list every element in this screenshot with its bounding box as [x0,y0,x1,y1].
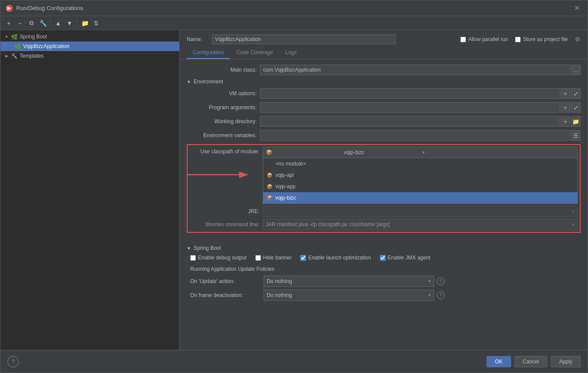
allow-parallel-label[interactable]: Allow parallel run [460,36,508,42]
tree-arrow-spring: ▼ [4,34,9,39]
toolbar-separator [50,20,51,27]
update-policies-section: Running Application Update Policies On '… [187,266,581,301]
working-dir-input[interactable] [260,116,560,127]
jre-label: JRE: [189,208,259,214]
bottom-bar: ? OK Cancel Apply [0,350,588,373]
enable-debug-label[interactable]: Enable debug output [190,255,247,261]
enable-jmx-checkbox[interactable] [380,255,386,261]
update-action-select[interactable]: Do nothing [264,276,434,287]
ok-button[interactable]: OK [487,356,511,367]
env-vars-label: Environment variables: [187,132,257,138]
jre-row: JRE: [189,206,578,217]
sort-button[interactable]: ⇅ [91,18,101,28]
vqip-app-icon: 📦 [267,184,273,190]
enable-debug-checkbox[interactable] [190,255,196,261]
remove-button[interactable]: − [15,18,25,28]
dropdown-arrow-icon: ▼ [422,150,575,155]
vqip-api-label: vqip-api [275,172,294,178]
hide-banner-label[interactable]: Hide banner [255,255,292,261]
wrench-button[interactable]: 🔧 [38,18,48,28]
jre-select[interactable] [263,206,578,217]
shorten-dropdown[interactable]: JAR manifest java -cp classpath.jar clas… [263,219,578,230]
header-options: Allow parallel run Store as project file… [460,36,581,43]
vm-options-input[interactable] [260,88,560,99]
vqip-bizc-icon: 📦 [267,195,273,201]
name-label: Name: [187,36,209,42]
help-button[interactable]: ? [7,356,19,367]
tree-item-app[interactable]: 🌿 VqipBizcApplication [0,41,179,51]
tab-configuration[interactable]: Configuration [187,47,230,59]
jre-dropdown[interactable] [263,206,578,217]
allow-parallel-checkbox[interactable] [460,37,466,42]
dropdown-item-vqip-app[interactable]: 📦 vqip-app [263,181,578,192]
main-class-label: Main class: [187,67,257,73]
store-project-label[interactable]: Store as project file [515,36,568,42]
working-dir-row: Working directory: + 📁 [187,116,581,127]
update-action-help-icon[interactable]: ? [437,277,445,285]
tree-arrow-templates: ▶ [4,53,9,59]
enable-launch-checkbox[interactable] [300,255,306,261]
allow-parallel-text: Allow parallel run [468,36,508,42]
store-project-text: Store as project file [523,36,568,42]
vm-expand-button[interactable]: + [560,88,570,99]
app-spring-icon: 🌿 [14,43,21,50]
tree-item-spring-boot[interactable]: ▼ 🌿 Spring Boot [0,32,179,41]
frame-deactivation-select-wrapper[interactable]: Do nothing [264,290,434,301]
frame-deactivation-dropdown-group: Do nothing ? [264,290,445,301]
toolbar: + − ⧉ 🔧 ▲ ▼ 📁 ⇅ [0,16,588,30]
name-input[interactable] [212,35,396,44]
update-action-label: On 'Update' action: [190,278,260,284]
store-project-checkbox[interactable] [515,37,521,42]
spring-icon: 🌿 [11,33,18,40]
close-button[interactable]: ✕ [571,4,582,13]
down-button[interactable]: ▼ [65,18,74,28]
no-module-label: <no module> [275,161,306,167]
add-button[interactable]: + [4,18,14,28]
copy-button[interactable]: ⧉ [27,18,36,28]
environment-arrow[interactable]: ▼ [187,79,191,84]
tab-logs[interactable]: Logs [279,47,303,59]
update-action-select-wrapper[interactable]: Do nothing [264,276,434,287]
spring-options-row: Enable debug output Hide banner Enable l… [187,255,581,261]
cancel-button[interactable]: Cancel [515,356,547,367]
program-args-input[interactable] [260,102,560,113]
dropdown-item-vqip-api[interactable]: 📦 vqip-api [263,169,578,181]
vqip-bizc-label: vqip-bizc [275,195,296,201]
env-vars-edit-button[interactable]: ☰ [571,130,581,141]
main-class-browse-button[interactable]: … [571,65,581,75]
app-icon: ▶ [6,5,13,12]
folder-button[interactable]: 📁 [80,18,90,28]
working-dir-browse-button[interactable]: 📁 [571,116,581,127]
env-vars-input-group: ☰ [260,130,581,141]
right-panel: Name: Allow parallel run Store as projec… [180,30,588,350]
dialog-buttons: OK Cancel Apply [487,356,581,367]
working-dir-expand-button[interactable]: + [560,116,570,127]
main-class-input[interactable] [260,65,570,75]
name-row: Name: Allow parallel run Store as projec… [180,30,588,47]
shorten-select[interactable]: JAR manifest java -cp classpath.jar clas… [263,219,578,230]
tab-code-coverage[interactable]: Code Coverage [230,47,279,59]
vqip-api-icon: 📦 [267,173,273,178]
gear-icon[interactable]: ⚙ [575,36,581,43]
frame-deactivation-select[interactable]: Do nothing [264,290,434,301]
dropdown-item-vqip-bizc[interactable]: 📦 vqip-bizc [263,192,578,204]
vm-fullscreen-button[interactable]: ⤢ [571,88,581,99]
up-button[interactable]: ▲ [53,18,63,28]
hide-banner-checkbox[interactable] [255,255,261,261]
selected-module-text: vqip-bizc [344,149,419,155]
tab-bar: Configuration Code Coverage Logs [180,47,588,59]
apply-button[interactable]: Apply [551,356,581,367]
args-fullscreen-button[interactable]: ⤢ [571,102,581,113]
args-expand-button[interactable]: + [560,102,570,113]
dropdown-item-no-module[interactable]: <no module> [263,158,578,169]
selected-module-display: 📦 vqip-bizc [266,149,419,155]
enable-launch-label[interactable]: Enable launch optimization [300,255,371,261]
spring-boot-arrow[interactable]: ▼ [187,246,191,251]
enable-jmx-label[interactable]: Enable JMX agent [380,255,431,261]
env-vars-input[interactable] [260,130,570,141]
frame-deactivation-help-icon[interactable]: ? [437,291,445,299]
selected-module-icon: 📦 [266,149,341,155]
tree-item-templates[interactable]: ▶ 🔧 Templates [0,51,179,61]
classpath-dropdown-header[interactable]: 📦 vqip-bizc ▼ [263,147,578,158]
env-vars-row: Environment variables: ☰ [187,130,581,141]
